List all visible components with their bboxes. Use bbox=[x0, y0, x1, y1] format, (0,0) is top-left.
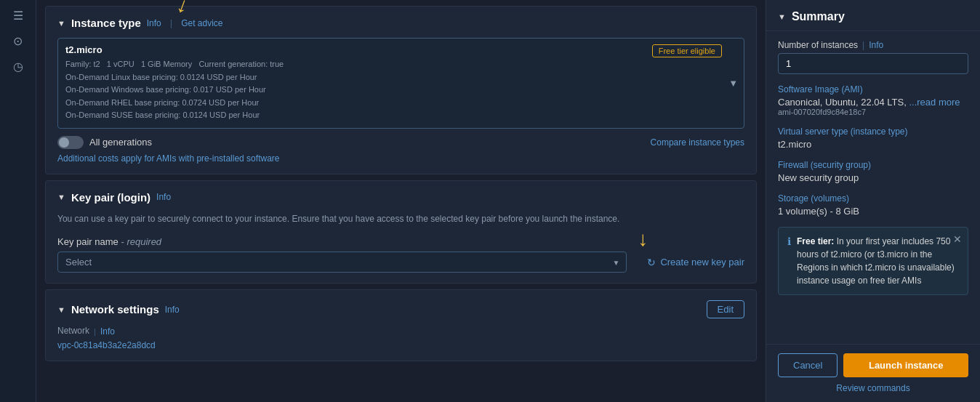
key-pair-actions: ↓ ↻ Create new key pair bbox=[643, 257, 744, 268]
instance-type-header: ▼ Instance type Info | Get advice bbox=[57, 17, 744, 29]
instance-type-details: Family: t2 1 vCPU 1 GiB Memory Current g… bbox=[65, 58, 736, 122]
all-generations-toggle[interactable] bbox=[57, 136, 84, 149]
firewall-field: Firewall (security group) New security g… bbox=[778, 160, 968, 183]
key-pair-section: ▼ Key pair (login) Info You can use a ke… bbox=[45, 180, 757, 284]
read-more-link[interactable]: ...read more bbox=[909, 97, 960, 108]
get-advice-link[interactable]: Get advice bbox=[181, 18, 222, 28]
free-tier-info-icon: ℹ bbox=[787, 236, 791, 247]
review-commands-link[interactable]: Review commands bbox=[778, 383, 968, 393]
key-pair-description: You can use a key pair to securely conne… bbox=[57, 212, 744, 226]
summary-footer: Cancel Launch instance Review commands bbox=[766, 344, 980, 402]
key-pair-select-wrapper: Select bbox=[57, 252, 627, 273]
firewall-value: New security group bbox=[778, 172, 968, 183]
summary-title: Summary bbox=[792, 10, 845, 23]
num-instances-info-link[interactable]: Info bbox=[869, 40, 883, 50]
sidebar: ☰ ⊙ ◷ bbox=[0, 0, 36, 402]
key-pair-info-link[interactable]: Info bbox=[156, 192, 171, 202]
create-key-pair-link[interactable]: Create new key pair bbox=[660, 257, 744, 268]
key-pair-select[interactable]: Select bbox=[57, 252, 627, 273]
instance-type-section: ▼ Instance type Info | Get advice ↓ t2.m… bbox=[45, 6, 757, 174]
free-tier-text: Free tier: In your first year includes 7… bbox=[797, 235, 959, 287]
clock-icon[interactable]: ◷ bbox=[13, 60, 23, 73]
virtual-server-label: Virtual server type (instance type) bbox=[778, 126, 968, 137]
key-pair-toggle[interactable]: ▼ bbox=[57, 193, 65, 201]
left-panel: ▼ Instance type Info | Get advice ↓ t2.m… bbox=[36, 0, 766, 402]
network-edit-button[interactable]: Edit bbox=[707, 300, 744, 318]
network-field-info-link[interactable]: Info bbox=[100, 326, 115, 337]
network-info-link[interactable]: Info bbox=[165, 305, 180, 315]
network-settings-section: ▼ Network settings Info Edit Network | I… bbox=[45, 289, 757, 361]
storage-field: Storage (volumes) 1 volume(s) - 8 GiB bbox=[778, 193, 968, 217]
virtual-server-field: Virtual server type (instance type) t2.m… bbox=[778, 126, 968, 150]
instance-type-toggle[interactable]: ▼ bbox=[57, 19, 65, 28]
additional-costs-link[interactable]: Additional costs apply for AMIs with pre… bbox=[57, 153, 744, 164]
instance-type-title: Instance type bbox=[71, 17, 141, 29]
software-image-value: Canonical, Ubuntu, 22.04 LTS, ...read mo… bbox=[778, 97, 968, 108]
network-header-row: ▼ Network settings Info Edit bbox=[57, 300, 744, 318]
key-pair-row: Select ↓ ↻ Create new key pair bbox=[57, 252, 744, 273]
storage-label: Storage (volumes) bbox=[778, 193, 968, 204]
free-tier-notice: ✕ ℹ Free tier: In your first year includ… bbox=[778, 227, 968, 295]
virtual-server-value: t2.micro bbox=[778, 139, 968, 150]
summary-toggle[interactable]: ▼ bbox=[778, 12, 786, 21]
summary-panel: ▼ Summary Number of instances | Info Sof… bbox=[766, 0, 980, 402]
free-tier-badge: Free tier eligible bbox=[652, 44, 722, 57]
software-image-id: ami-007020fd9c84e18c7 bbox=[778, 108, 968, 116]
key-pair-title: Key pair (login) bbox=[71, 191, 150, 204]
network-field: Network | Info vpc-0c81a4b3a2e2a8dcd bbox=[57, 326, 744, 350]
network-toggle[interactable]: ▼ bbox=[57, 305, 65, 314]
instance-type-info-link[interactable]: Info bbox=[147, 18, 161, 28]
network-value: vpc-0c81a4b3a2e2a8dcd bbox=[57, 340, 156, 350]
all-generations-row: All generations Compare instance types bbox=[57, 136, 744, 149]
instance-type-name: t2.micro bbox=[65, 44, 736, 55]
cancel-button[interactable]: Cancel bbox=[778, 353, 838, 377]
launch-instance-button[interactable]: Launch instance bbox=[843, 353, 968, 377]
software-image-field: Software Image (AMI) Canonical, Ubuntu, … bbox=[778, 84, 968, 116]
summary-header: ▼ Summary bbox=[766, 0, 980, 31]
all-generations-label: All generations bbox=[89, 137, 152, 148]
close-notice-button[interactable]: ✕ bbox=[953, 233, 962, 245]
key-pair-name-label: Key pair name - required bbox=[57, 236, 744, 247]
instance-type-dropdown-arrow: ▼ bbox=[728, 78, 738, 89]
compare-instance-types-link[interactable]: Compare instance types bbox=[651, 137, 744, 148]
summary-body: Number of instances | Info Software Imag… bbox=[766, 31, 980, 344]
instance-type-box[interactable]: t2.micro Family: t2 1 vCPU 1 GiB Memory … bbox=[57, 38, 744, 129]
annotation-arrow-1: ↓ bbox=[174, 0, 191, 17]
number-of-instances-input[interactable] bbox=[778, 53, 968, 74]
menu-icon[interactable]: ☰ bbox=[13, 9, 23, 23]
storage-value: 1 volume(s) - 8 GiB bbox=[778, 206, 968, 217]
number-of-instances-field: Number of instances | Info bbox=[778, 40, 968, 74]
network-title: Network settings bbox=[71, 303, 159, 315]
firewall-label: Firewall (security group) bbox=[778, 160, 968, 170]
key-pair-header: ▼ Key pair (login) Info bbox=[57, 191, 744, 204]
software-image-label: Software Image (AMI) bbox=[778, 84, 968, 95]
refresh-icon[interactable]: ↻ bbox=[647, 257, 656, 268]
footer-buttons: Cancel Launch instance bbox=[778, 353, 968, 377]
user-icon[interactable]: ⊙ bbox=[13, 34, 23, 48]
